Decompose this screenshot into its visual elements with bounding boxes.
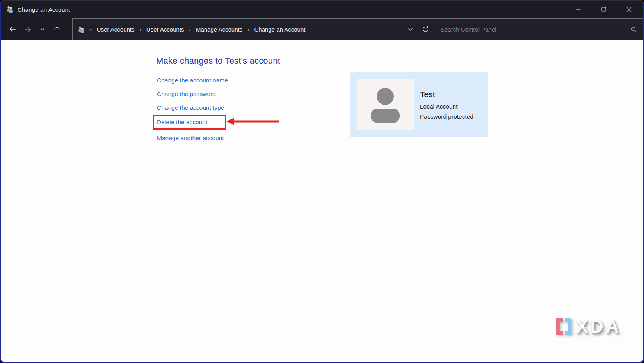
minimize-icon xyxy=(576,7,581,12)
nav-buttons xyxy=(1,18,72,40)
maximize-button[interactable] xyxy=(591,1,616,18)
chevron-down-icon xyxy=(40,27,45,32)
address-dropdown-button[interactable] xyxy=(403,22,418,37)
refresh-button[interactable] xyxy=(418,22,432,37)
breadcrumb-separator-icon: › xyxy=(187,27,194,32)
window-controls xyxy=(566,1,643,18)
breadcrumb-item-change-an-account[interactable]: Change an Account xyxy=(252,25,308,34)
breadcrumb-overflow-chevron[interactable]: « xyxy=(89,27,92,33)
close-button[interactable] xyxy=(616,1,642,18)
breadcrumb-item-user-accounts[interactable]: User Accounts xyxy=(94,25,137,34)
up-arrow-icon xyxy=(53,25,61,33)
breadcrumb-item-user-accounts-2[interactable]: User Accounts xyxy=(144,25,187,34)
bracket-left-icon xyxy=(556,318,563,335)
watermark-text: XDA xyxy=(576,316,621,337)
address-search-container: « User Accounts › User Accounts › Manage… xyxy=(72,18,643,40)
user-accounts-icon xyxy=(77,26,85,34)
link-change-account-type[interactable]: Change the account type xyxy=(157,104,224,111)
account-type: Local Account xyxy=(420,103,458,110)
search-box xyxy=(435,19,643,40)
account-avatar xyxy=(357,79,414,130)
user-accounts-icon xyxy=(5,5,14,14)
maximize-icon xyxy=(601,7,606,12)
account-password-status: Password protected xyxy=(420,113,473,120)
bracket-right-icon xyxy=(565,318,571,335)
forward-button[interactable] xyxy=(20,21,36,37)
forward-icon xyxy=(24,25,32,33)
navigation-bar: « User Accounts › User Accounts › Manage… xyxy=(1,18,643,40)
search-input[interactable] xyxy=(441,26,627,33)
red-arrow-annotation xyxy=(226,117,279,126)
account-card: Test Local Account Password protected xyxy=(350,72,488,137)
up-button[interactable] xyxy=(49,21,65,37)
page-title: Make changes to Test's account xyxy=(156,56,280,66)
window-title: Change an Account xyxy=(18,6,70,13)
link-manage-another-account[interactable]: Manage another account xyxy=(157,135,224,142)
close-icon xyxy=(626,7,632,12)
main-content: Make changes to Test's account Change th… xyxy=(1,40,643,362)
control-panel-window: Change an Account xyxy=(0,0,644,363)
xda-watermark: XDA xyxy=(556,316,621,337)
link-delete-account[interactable]: Delete the account xyxy=(157,119,207,126)
address-tools xyxy=(403,22,432,37)
account-name: Test xyxy=(420,90,435,99)
user-silhouette-icon xyxy=(357,79,414,130)
minimize-button[interactable] xyxy=(566,1,591,18)
refresh-icon xyxy=(422,26,429,33)
back-icon xyxy=(9,25,16,33)
link-change-account-name[interactable]: Change the account name xyxy=(157,77,228,84)
recent-pages-button[interactable] xyxy=(36,21,49,37)
address-bar[interactable]: « User Accounts › User Accounts › Manage… xyxy=(73,19,435,40)
chevron-down-icon xyxy=(407,27,413,32)
breadcrumb-separator-icon: › xyxy=(137,27,144,32)
search-icon xyxy=(630,26,637,33)
link-change-password[interactable]: Change the password xyxy=(157,91,216,98)
titlebar: Change an Account xyxy=(1,1,643,18)
breadcrumb-item-manage-accounts[interactable]: Manage Accounts xyxy=(194,25,245,34)
breadcrumb-separator-icon: › xyxy=(245,27,252,32)
back-button[interactable] xyxy=(5,21,20,37)
